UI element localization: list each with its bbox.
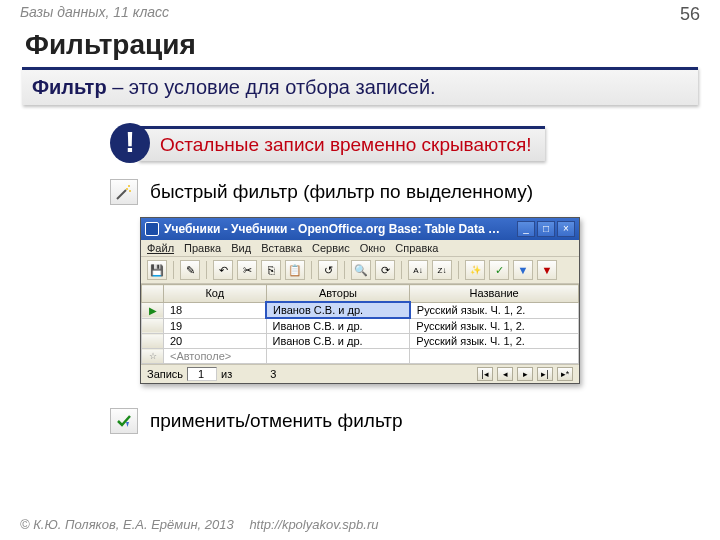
course-label: Базы данных, 11 класс — [20, 4, 169, 25]
menu-insert[interactable]: Вставка — [261, 242, 302, 254]
svg-point-2 — [129, 190, 131, 192]
sort-desc-icon[interactable]: Z↓ — [432, 260, 452, 280]
standard-filter-icon[interactable]: ▼ — [513, 260, 533, 280]
undo-icon[interactable]: ↶ — [213, 260, 233, 280]
footer-link[interactable]: http://kpolyakov.spb.ru — [249, 517, 378, 532]
autofilter-icon[interactable]: ✨ — [465, 260, 485, 280]
record-total: 3 — [236, 368, 276, 380]
menu-window[interactable]: Окно — [360, 242, 386, 254]
nav-first-icon[interactable]: |◂ — [477, 367, 493, 381]
apply-filter-row: применить/отменить фильтр — [0, 394, 720, 442]
menu-edit[interactable]: Правка — [184, 242, 221, 254]
app-window: Учебники - Учебники - OpenOffice.org Bas… — [140, 217, 580, 384]
footer: © К.Ю. Поляков, Е.А. Ерёмин, 2013 http:/… — [20, 517, 378, 532]
page-number: 56 — [680, 4, 700, 25]
menu-help[interactable]: Справка — [395, 242, 438, 254]
current-row-icon: ▶ — [149, 305, 157, 316]
apply-filter-icon[interactable]: ✓ — [489, 260, 509, 280]
minimize-button[interactable]: _ — [517, 221, 535, 237]
note-text: Остальные записи временно скрываются! — [138, 126, 545, 161]
find-icon[interactable]: 🔍 — [351, 260, 371, 280]
window-title: Учебники - Учебники - OpenOffice.org Bas… — [164, 222, 517, 236]
nav-last-icon[interactable]: ▸| — [537, 367, 553, 381]
check-funnel-icon — [110, 408, 138, 434]
col-authors[interactable]: Авторы — [266, 285, 410, 303]
page-title: Фильтрация — [0, 27, 720, 67]
svg-point-0 — [126, 188, 128, 190]
wand-icon — [110, 179, 138, 205]
apply-filter-label: применить/отменить фильтр — [150, 410, 403, 432]
nav-next-icon[interactable]: ▸ — [517, 367, 533, 381]
selected-cell[interactable]: Иванов С.В. и др. — [266, 302, 410, 318]
menu-service[interactable]: Сервис — [312, 242, 350, 254]
exclamation-icon: ! — [110, 123, 150, 163]
col-code[interactable]: Код — [164, 285, 267, 303]
definition-term: Фильтр — [32, 76, 107, 98]
sort-asc-icon[interactable]: A↓ — [408, 260, 428, 280]
svg-point-1 — [128, 185, 130, 187]
record-label: Запись — [147, 368, 183, 380]
copy-icon[interactable]: ⎘ — [261, 260, 281, 280]
paste-icon[interactable]: 📋 — [285, 260, 305, 280]
close-button[interactable]: × — [557, 221, 575, 237]
new-row[interactable]: ☆ <Автополе> — [142, 349, 579, 364]
maximize-button[interactable]: □ — [537, 221, 555, 237]
col-title[interactable]: Название — [410, 285, 579, 303]
quick-filter-label: быстрый фильтр (фильтр по выделенному) — [150, 181, 533, 203]
note-callout: ! Остальные записи временно скрываются! — [110, 123, 720, 163]
data-grid[interactable]: Код Авторы Название ▶ 18 Иванов С.В. и д… — [141, 284, 579, 364]
row-selector-header[interactable] — [142, 285, 164, 303]
cut-icon[interactable]: ✂ — [237, 260, 257, 280]
app-icon — [145, 222, 159, 236]
quick-filter-row: быстрый фильтр (фильтр по выделенному) — [0, 175, 720, 213]
table-row[interactable]: 19 Иванов С.В. и др. Русский язык. Ч. 1,… — [142, 318, 579, 334]
undo2-icon[interactable]: ↺ — [318, 260, 338, 280]
record-navigator: Запись 1 из 3 |◂ ◂ ▸ ▸| ▸* — [141, 364, 579, 383]
nav-prev-icon[interactable]: ◂ — [497, 367, 513, 381]
table-row[interactable]: 20 Иванов С.В. и др. Русский язык. Ч. 1,… — [142, 334, 579, 349]
remove-filter-icon[interactable]: ▼ — [537, 260, 557, 280]
refresh-icon[interactable]: ⟳ — [375, 260, 395, 280]
record-of: из — [221, 368, 232, 380]
toolbar: 💾 ✎ ↶ ✂ ⎘ 📋 ↺ 🔍 ⟳ A↓ Z↓ ✨ ✓ ▼ ▼ — [141, 257, 579, 284]
copyright: © К.Ю. Поляков, Е.А. Ерёмин, 2013 — [20, 517, 234, 532]
menu-file[interactable]: Файл — [147, 242, 174, 254]
definition-rest: – это условие для отбора записей. — [107, 76, 436, 98]
record-current[interactable]: 1 — [187, 367, 217, 381]
definition-bar: Фильтр – это условие для отбора записей. — [22, 67, 698, 105]
menu-view[interactable]: Вид — [231, 242, 251, 254]
titlebar: Учебники - Учебники - OpenOffice.org Bas… — [141, 218, 579, 240]
save-icon[interactable]: 💾 — [147, 260, 167, 280]
menubar: Файл Правка Вид Вставка Сервис Окно Спра… — [141, 240, 579, 257]
nav-new-icon[interactable]: ▸* — [557, 367, 573, 381]
table-row[interactable]: ▶ 18 Иванов С.В. и др. Русский язык. Ч. … — [142, 302, 579, 318]
edit-icon[interactable]: ✎ — [180, 260, 200, 280]
